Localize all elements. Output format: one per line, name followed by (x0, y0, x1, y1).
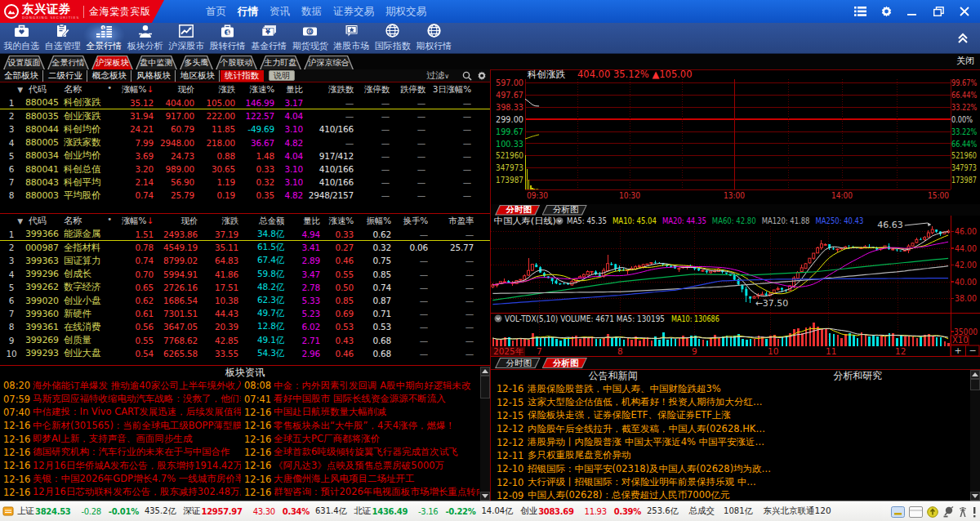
restore-icon[interactable] (929, 4, 947, 19)
column-header-涨幅%[interactable]: 涨幅%↓ (114, 84, 154, 96)
index-quote-深证[interactable]: 深证12957.9743.300.34%631.4亿 (184, 505, 354, 517)
layout-tab-多头鹰[interactable]: 多头鹰 (180, 56, 213, 69)
search-icon[interactable] (462, 71, 472, 81)
table-row[interactable]: 6880041科创总值3.20989.0030.650.333.10410/16… (0, 163, 490, 176)
window-layout-icon[interactable] (909, 506, 923, 518)
column-header-振幅%[interactable]: 振幅% (354, 216, 391, 227)
table-settings-gear-icon[interactable] (477, 71, 487, 81)
nav-item-首页[interactable]: 首页 (200, 5, 232, 19)
table-row[interactable]: 3399363国证算力0.748799.0264.8367.4亿2.890.46… (0, 254, 490, 267)
column-header-涨停数[interactable]: 涨停数 (354, 84, 390, 96)
news-item[interactable]: 12-16全球五大PC厂商都将涨价 (241, 432, 479, 445)
announcement-news-scrollbar[interactable] (970, 370, 980, 501)
news-item[interactable]: 12-16群智咨询：预计2026年电视面板市场增长重点转向大尺… (241, 486, 479, 499)
news-item[interactable]: 07:40中信建投：In Vivo CART发展迅速，后续发展值得关注 (0, 406, 241, 419)
table-row[interactable]: 7880043科创平均2.1456.901.190.323.10410/166—… (0, 176, 490, 189)
column-header-涨幅%[interactable]: 涨幅%↓ (114, 216, 154, 227)
column-header-量比[interactable]: 量比 (274, 84, 303, 96)
index-quote-上证[interactable]: 上证3824.53-0.28-0.01%435.2亿 (17, 505, 184, 517)
table-row[interactable]: 9399269创质量0.557768.6242.8549.1亿2.710.430… (0, 334, 490, 347)
news-item[interactable]: 12-16大唐儋州海上风电项目二场址开工 (241, 472, 479, 485)
column-header-name[interactable]: 名称• (64, 83, 114, 96)
announcements-title[interactable]: 公告和新闻 (491, 369, 736, 383)
layout-tab-主力盯盘[interactable]: 主力盯盘 (260, 56, 301, 69)
zoom-in-button[interactable]: + (954, 345, 961, 356)
column-header-3日涨幅%[interactable]: 3日涨幅% (425, 84, 471, 96)
table-row[interactable]: 3880044科创均价24.2160.7911.85-49.693.10410/… (0, 122, 490, 136)
news-item[interactable]: 12-12港股异动丨内险股普涨 中国太平涨近4% 中国平安涨近… (491, 435, 969, 448)
minimize-window-icon[interactable] (891, 506, 905, 518)
subtab-全部板块[interactable]: 全部板块 (0, 70, 43, 82)
close-icon[interactable] (956, 4, 973, 19)
news-item[interactable]: 07:59马斯克回应福特收缩电动汽车战略：没救了，他们非死… (0, 392, 241, 405)
column-header-换手%[interactable]: 换手% (391, 216, 428, 227)
market-doc-icon[interactable] (2, 505, 14, 517)
layout-tab-沪深板块[interactable]: 沪深板块 (91, 56, 133, 69)
news-item[interactable]: 12-16德国研究机构：汽车行业的未来在于与中国合作 (0, 446, 241, 459)
subtab-统计指数[interactable]: 统计指数 (220, 70, 264, 82)
news-item[interactable]: 12-16即梦AI上新，支持声音、画面同步生成 (0, 432, 241, 445)
news-item[interactable]: 12-1612月16日芯动联科发布公告，股东减持302.48万股 (0, 486, 241, 499)
toolbar-item-股转行情[interactable]: $股转行情 (207, 23, 249, 53)
news-item[interactable]: 12-16港股保险股普跌，中国人寿、中国财险跌超3% (491, 382, 969, 395)
layout-tab-设置版面[interactable]: 设置版面 (3, 56, 45, 69)
scroll-up-icon[interactable] (970, 370, 980, 379)
zoom-out-button[interactable]: − (969, 345, 976, 356)
toolbar-item-港股市场[interactable]: 港股市场 (331, 23, 372, 53)
table-row[interactable]: 5399262数字经济0.652726.1617.5148.2亿2.780.50… (0, 281, 490, 294)
table-row[interactable]: 4399296创成长0.705994.9141.8659.8亿3.470.550… (0, 268, 490, 281)
news-item[interactable]: 12-16美银：中国2026年GDP增长4.7% 一线城市房价率先回暖 (0, 472, 241, 485)
table-row[interactable]: 2000987全指材料0.784549.1935.1161.5亿3.410.27… (0, 241, 490, 254)
column-header-涨跌[interactable]: 涨跌 (194, 84, 235, 96)
settings-gear-icon[interactable] (877, 4, 895, 19)
subtab-风格板块[interactable]: 风格板块 (132, 70, 176, 82)
scrollbar-thumb[interactable] (970, 379, 980, 390)
intraday-chart[interactable]: 科创涨跌404.00 35.12% ▲105.00597.00497.67398… (491, 69, 980, 204)
sort-indicator-icon[interactable]: ▼ (0, 217, 23, 225)
column-header-涨速%[interactable]: 涨速% (235, 84, 274, 96)
nav-item-数据[interactable]: 数据 (296, 5, 327, 19)
table-row[interactable]: 1399366能源金属1.512493.8637.1934.8亿4.940.33… (0, 228, 490, 241)
layout-tab-盘中监测[interactable]: 盘中监测 (136, 56, 177, 69)
satellite-dish-icon[interactable] (942, 506, 954, 518)
column-header-市盈率[interactable]: 市盈率 (428, 216, 474, 227)
column-header-现价[interactable]: 现价 (154, 84, 194, 96)
news-item[interactable]: 12-16全球首款6吨级倾转旋翼飞行器完成首次试飞 (241, 446, 479, 459)
table-row[interactable]: 8880003平均股价0.7425.790.190.354.822948/215… (0, 189, 490, 202)
column-header-涨跌[interactable]: 涨跌 (198, 216, 238, 227)
note-button[interactable]: 说明 (269, 70, 295, 81)
layout-tab-全景行情[interactable]: 全景行情 (47, 56, 89, 69)
subtab-概念板块[interactable]: 概念板块 (88, 70, 131, 82)
toolbar-item-我的自选[interactable]: 我的自选 (1, 23, 42, 53)
toolbar-item-国际指数[interactable]: 国际指数 (372, 23, 414, 53)
layout-tab-个股联动[interactable]: 个股联动 (216, 56, 257, 69)
signal-tower-icon[interactable] (958, 506, 968, 518)
subtab-二级行业[interactable]: 二级行业 (44, 70, 87, 82)
column-header-code[interactable]: 代码 (23, 215, 64, 227)
index-quote-创业[interactable]: 创业3083.6911.930.39%253.6亿 (520, 505, 685, 517)
filter-dropdown[interactable]: 过滤∨ (426, 69, 449, 82)
toolbar-item-基金行情[interactable]: ¥基金行情 (248, 23, 290, 53)
toolbar-item-沪深股市[interactable]: 沪深股市 (166, 23, 207, 53)
chart-tab-分析图[interactable]: 分析图 (542, 205, 588, 216)
column-header-name[interactable]: 名称• (64, 215, 114, 227)
table-row[interactable]: 2880035创业涨跌31.94917.00222.00122.574.04——… (0, 109, 490, 122)
toolbar-item-板块分析[interactable]: 板块分析 (125, 23, 167, 53)
column-header-涨速%[interactable]: 涨速% (320, 216, 354, 227)
column-header-量比[interactable]: 量比 (284, 216, 320, 227)
news-item[interactable]: 08:08中金：内外因素引发回调 A股中期向好逻辑未改 (241, 379, 479, 392)
research-title[interactable]: 分析和研究 (736, 369, 980, 383)
table-row[interactable]: 8399361在线消费0.563647.0520.3912.8亿6.020.53… (0, 320, 490, 333)
table-row[interactable]: 7399360新硬件0.617301.5144.4349.7亿5.230.690… (0, 307, 490, 320)
scrollbar-thumb[interactable] (480, 376, 490, 399)
toolbar-item-期货现货[interactable]: 0期货现货 (290, 23, 332, 53)
alert-exclamation-icon[interactable] (972, 506, 977, 518)
nav-item-期权交易[interactable]: 期权交易 (380, 5, 432, 19)
news-item[interactable]: 12-15保险板块走强，证券保险ETF、保险证券ETF上涨 (491, 409, 969, 422)
table-row[interactable]: 4880005涨跌家数7.992948.00218.0036.674.82———… (0, 136, 490, 149)
news-item[interactable]: 12-15这家大型险企估值低，机构看好！投资人期待加大分红… (491, 395, 969, 408)
chart-tab-分时图[interactable]: 分时图 (495, 358, 541, 368)
minimize-icon[interactable] (903, 4, 921, 19)
subtab-地区板块[interactable]: 地区板块 (176, 70, 220, 82)
news-item[interactable]: 12-16中仑新材(301565)：当前全球电工级BOPP薄型膜材产能… (0, 419, 241, 432)
